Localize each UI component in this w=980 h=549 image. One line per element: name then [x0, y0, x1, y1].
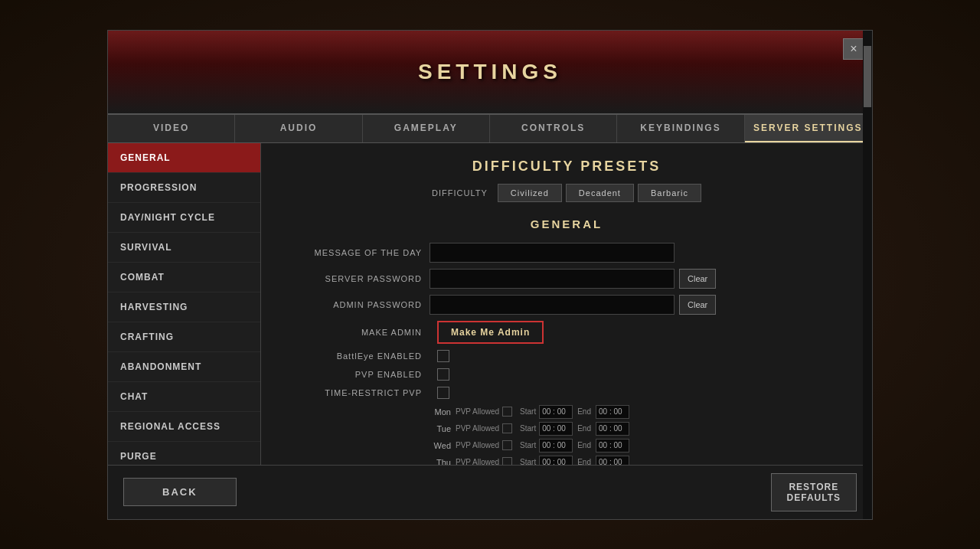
day-mon: Mon	[430, 407, 451, 417]
make-admin-row: MAKE ADMIN Make Me Admin	[284, 321, 849, 344]
pvp-day-thu: Thu PVP Allowed Start End	[430, 456, 849, 465]
sidebar-item-harvesting[interactable]: HARVESTING	[108, 292, 260, 322]
pvp-allowed-wed-label: PVP Allowed	[456, 441, 499, 449]
general-section-title: GENERAL	[284, 217, 849, 230]
day-thu: Thu	[430, 458, 451, 465]
time-restrict-pvp-row: TIME-RESTRICT PVP	[284, 387, 849, 399]
start-mon-input[interactable]	[539, 405, 573, 419]
pvp-allowed-tue-checkbox[interactable]	[502, 423, 512, 433]
difficulty-section-title: DIFFICULTY PRESETS	[284, 158, 849, 175]
restore-defaults-button[interactable]: RESTOREDEFAULTS	[771, 473, 857, 511]
tab-audio[interactable]: AUDIO	[235, 115, 362, 142]
pvp-day-mon: Mon PVP Allowed Start End	[430, 405, 849, 419]
battleye-label: BattlEye ENABLED	[284, 351, 422, 361]
end-wed-label: End	[577, 441, 591, 449]
end-tue-input[interactable]	[596, 422, 629, 436]
pvp-allowed-wed-checkbox[interactable]	[502, 440, 512, 450]
sidebar-item-progression[interactable]: PROGRESSION	[108, 173, 260, 203]
difficulty-decadent[interactable]: Decadent	[566, 184, 634, 202]
server-password-label: SERVER PASSWORD	[284, 274, 422, 283]
pvp-enabled-checkbox[interactable]	[437, 368, 449, 381]
difficulty-row: DIFFICULTY Civilized Decadent Barbaric	[284, 184, 849, 202]
pvp-allowed-mon-label: PVP Allowed	[456, 407, 499, 416]
sidebar-item-chat[interactable]: CHAT	[108, 382, 260, 412]
end-wed-input[interactable]	[596, 439, 629, 453]
sidebar: GENERAL PROGRESSION DAY/NIGHT CYCLE SURV…	[108, 143, 261, 465]
pvp-allowed-mon-checkbox[interactable]	[502, 407, 512, 417]
pvp-day-tue: Tue PVP Allowed Start End	[430, 422, 849, 436]
difficulty-label: DIFFICULTY	[432, 188, 488, 198]
pvp-allowed-thu-checkbox[interactable]	[502, 457, 512, 465]
start-thu-input[interactable]	[539, 456, 573, 465]
start-wed-input[interactable]	[539, 439, 573, 453]
modal-title: SETTINGS	[418, 60, 562, 84]
sidebar-item-purge[interactable]: PURGE	[108, 442, 260, 465]
end-mon-input[interactable]	[596, 405, 629, 419]
start-thu-label: Start	[520, 458, 536, 465]
tab-bar: VIDEO AUDIO GAMEPLAY CONTROLS KEYBINDING…	[108, 115, 872, 143]
difficulty-civilized[interactable]: Civilized	[498, 184, 562, 202]
modal-header: SETTINGS ×	[108, 31, 872, 115]
tab-server-settings[interactable]: SERVER SETTINGS	[745, 115, 872, 142]
start-wed-label: Start	[520, 441, 536, 449]
tab-video[interactable]: VIDEO	[108, 115, 235, 142]
sidebar-item-regional-access[interactable]: REGIONAL ACCESS	[108, 412, 260, 442]
message-of-day-label: MESSAGE OF THE DAY	[284, 248, 422, 257]
start-mon-label: Start	[520, 407, 536, 416]
back-button[interactable]: BACK	[123, 478, 237, 506]
sidebar-item-day-night[interactable]: DAY/NIGHT CYCLE	[108, 203, 260, 233]
pvp-schedule: Mon PVP Allowed Start End Tue PVP Allowe…	[284, 405, 849, 465]
make-admin-button[interactable]: Make Me Admin	[437, 321, 544, 344]
message-of-day-row: MESSAGE OF THE DAY	[284, 243, 849, 263]
end-tue-label: End	[577, 424, 591, 433]
sidebar-item-abandonment[interactable]: ABANDONMENT	[108, 352, 260, 382]
message-of-day-input[interactable]	[430, 243, 675, 263]
day-tue: Tue	[430, 424, 451, 433]
tab-gameplay[interactable]: GAMEPLAY	[363, 115, 490, 142]
start-tue-label: Start	[520, 424, 536, 433]
day-wed: Wed	[430, 441, 451, 450]
server-password-clear[interactable]: Clear	[679, 269, 716, 289]
settings-modal: SETTINGS × VIDEO AUDIO GAMEPLAY CONTROLS…	[107, 30, 873, 520]
close-button[interactable]: ×	[843, 38, 864, 60]
difficulty-barbaric[interactable]: Barbaric	[638, 184, 701, 202]
sidebar-item-survival[interactable]: SURVIVAL	[108, 233, 260, 263]
scrollbar-track[interactable]	[863, 143, 872, 465]
pvp-enabled-label: PVP ENABLED	[284, 370, 422, 379]
end-thu-input[interactable]	[596, 456, 629, 465]
pvp-allowed-thu-label: PVP Allowed	[456, 458, 499, 465]
admin-password-label: ADMIN PASSWORD	[284, 300, 422, 309]
admin-password-clear[interactable]: Clear	[679, 295, 716, 315]
end-thu-label: End	[577, 458, 591, 465]
admin-password-row: ADMIN PASSWORD Clear	[284, 295, 849, 315]
time-restrict-pvp-label: TIME-RESTRICT PVP	[284, 388, 422, 397]
server-password-input[interactable]	[430, 269, 675, 289]
battleye-checkbox[interactable]	[437, 350, 449, 362]
sidebar-item-crafting[interactable]: CRAFTING	[108, 322, 260, 352]
pvp-enabled-row: PVP ENABLED	[284, 368, 849, 381]
sidebar-item-combat[interactable]: COMBAT	[108, 263, 260, 292]
end-mon-label: End	[577, 407, 591, 416]
time-restrict-pvp-checkbox[interactable]	[437, 387, 449, 399]
admin-password-input[interactable]	[430, 295, 675, 315]
pvp-allowed-tue-label: PVP Allowed	[456, 424, 499, 433]
content-area: GENERAL PROGRESSION DAY/NIGHT CYCLE SURV…	[108, 143, 872, 465]
server-password-row: SERVER PASSWORD Clear	[284, 269, 849, 289]
tab-keybindings[interactable]: KEYBINDINGS	[617, 115, 744, 142]
tab-controls[interactable]: CONTROLS	[490, 115, 617, 142]
battleye-row: BattlEye ENABLED	[284, 350, 849, 362]
sidebar-item-general[interactable]: GENERAL	[108, 143, 260, 173]
start-tue-input[interactable]	[539, 422, 573, 436]
bottom-bar: BACK RESTOREDEFAULTS	[108, 465, 872, 519]
pvp-day-wed: Wed PVP Allowed Start End	[430, 439, 849, 453]
main-content: DIFFICULTY PRESETS DIFFICULTY Civilized …	[261, 143, 872, 465]
make-admin-label: MAKE ADMIN	[284, 328, 422, 337]
